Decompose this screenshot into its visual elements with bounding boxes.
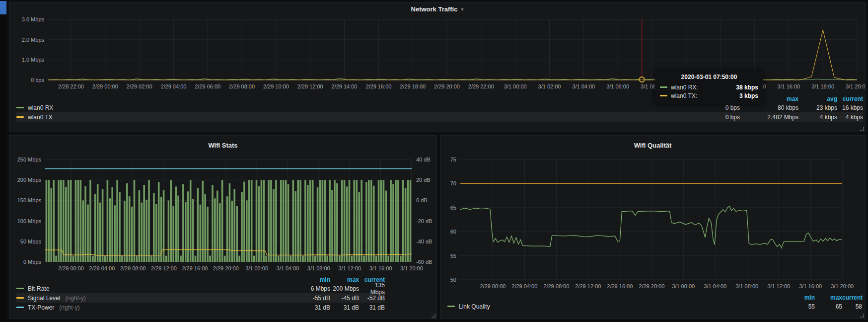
legend-sort-min[interactable]: min — [286, 276, 330, 283]
y-axis-right-tick-label: 0 dB — [416, 197, 428, 203]
y-axis-tick-label: 70 — [450, 180, 456, 186]
y-axis-tick-label: 0 Mbps — [23, 259, 42, 265]
y-axis-tick-label: 0 bps — [31, 77, 44, 83]
legend-axis-note: (right-y) — [65, 295, 85, 302]
x-axis-tick-label: 2/29 12:00 — [151, 265, 177, 271]
legend-row-wlan0-tx: wlan0 TX 0 bps 2.482 Mbps 4 kbps 4 kbps — [16, 112, 863, 122]
x-axis-tick-label: 2/29 12:00 — [297, 83, 323, 89]
y-axis-tick-label: 150 Mbps — [17, 197, 42, 203]
legend-series-name[interactable]: Bit-Rate — [28, 285, 49, 292]
x-axis-tick-label: 2/29 04:00 — [89, 265, 115, 271]
y-axis-tick-label: 2.0 Mbps — [22, 37, 45, 43]
x-axis-tick-label: 2/29 08:00 — [229, 83, 255, 89]
x-axis-tick-label: 2/29 06:00 — [195, 83, 220, 89]
legend-sort-min[interactable]: min — [785, 294, 815, 301]
y-axis-tick-label: 3.0 Mbps — [22, 16, 45, 22]
x-axis-tick-label: 2/29 00:00 — [58, 265, 84, 271]
x-axis-tick-label: 3/1 06:00 — [606, 83, 629, 89]
legend-sort-current[interactable]: current — [842, 294, 862, 301]
panel-title-text: Wifi Qualität — [634, 142, 672, 149]
chart-canvas[interactable]: 2/29 00:002/29 04:002/29 08:002/29 12:00… — [9, 155, 436, 275]
legend-series-name[interactable]: Link Quality — [459, 303, 490, 310]
x-axis-tick-label: 3/1 12:00 — [767, 283, 790, 289]
x-axis-tick-label: 3/1 16:00 — [369, 265, 392, 271]
x-axis-tick-label: 3/1 20:00 — [400, 265, 423, 271]
panel-title-text: Wifi Stats — [208, 142, 237, 149]
graph-tooltip: 2020-03-01 07:50:00 wlan0 RX: 38 kbps wl… — [655, 70, 763, 104]
series-dash-icon — [660, 95, 667, 96]
panel-wifi-stats: Wifi Stats 2/29 00:002/29 04:002/29 08:0… — [9, 135, 437, 319]
x-axis-tick-label: 3/1 04:00 — [704, 283, 726, 289]
series-dash-icon — [660, 86, 667, 88]
x-axis-tick-label: 2/29 08:00 — [120, 265, 146, 271]
y-axis-tick-label: 65 — [450, 205, 456, 211]
series-dash-icon — [16, 107, 24, 108]
legend-header-row: min max current — [447, 294, 862, 302]
chart-canvas[interactable]: 2/29 00:002/29 04:002/29 08:002/29 12:00… — [440, 155, 865, 293]
y-axis-tick-label: 50 — [450, 277, 456, 283]
y-axis-tick-label: 60 — [450, 229, 456, 235]
series-Link Quality — [460, 206, 842, 248]
legend-wifi-qualitaet: min max current Link Quality 55 65 58 — [440, 293, 865, 311]
legend-series-name[interactable]: wlan0 TX — [28, 114, 53, 121]
panel-resize-handle[interactable] — [860, 127, 864, 131]
x-axis-tick-label: 2/29 20:00 — [639, 283, 664, 289]
panel-resize-handle[interactable] — [860, 314, 864, 318]
y-axis-right-tick-label: 20 dB — [416, 177, 431, 183]
legend-sort-current[interactable]: current — [837, 95, 863, 102]
x-axis-tick-label: 2/29 10:00 — [263, 83, 289, 89]
x-axis-tick-label: 2/29 00:00 — [480, 283, 506, 289]
x-axis-tick-label: 3/1 16:00 — [777, 83, 800, 89]
x-axis-tick-label: 3/1 00:00 — [672, 283, 695, 289]
x-axis-tick-label: 3/1 08:00 — [307, 265, 330, 271]
x-axis-tick-label: 3/1 12:00 — [338, 265, 361, 271]
x-axis-tick-label: 2/29 02:00 — [127, 83, 152, 89]
legend-series-name[interactable]: Signal Level — [28, 295, 60, 302]
series-dash-icon — [16, 288, 24, 289]
panel-title-wifi-qualitaet[interactable]: Wifi Qualität — [440, 136, 865, 155]
tooltip-timestamp: 2020-03-01 07:50:00 — [660, 74, 758, 80]
legend-sort-max[interactable]: max — [330, 276, 359, 283]
tooltip-row: wlan0 TX: 3 kbps — [660, 91, 758, 100]
y-axis-right-tick-label: -20 dB — [416, 218, 432, 224]
legend-sort-max[interactable]: max — [815, 294, 842, 301]
grafana-logo-block[interactable] — [0, 1, 6, 14]
dashboard: Network Traffic ▾ 2/28 22:002/29 00:002/… — [6, 0, 868, 322]
panel-wifi-qualitaet: Wifi Qualität 2/29 00:002/29 04:002/29 0… — [440, 135, 866, 319]
y-axis-tick-label: 250 Mbps — [17, 157, 42, 162]
legend-row-bit-rate: Bit-Rate 6 Mbps 200 Mbps 135 Mbps — [16, 284, 385, 293]
x-axis-tick-label: 2/29 04:00 — [160, 83, 186, 89]
caret-down-icon: ▾ — [461, 6, 463, 12]
legend-series-name[interactable]: TX-Power — [28, 304, 54, 311]
y-axis-tick-label: 75 — [450, 157, 456, 162]
panel-title-wifi-stats[interactable]: Wifi Stats — [9, 136, 436, 155]
legend-series-name[interactable]: wlan0 RX — [28, 104, 53, 111]
y-axis-tick-label: 1.0 Mbps — [22, 57, 45, 63]
panel-network-traffic: Network Traffic ▾ 2/28 22:002/29 00:002/… — [9, 2, 866, 132]
x-axis-tick-label: 2/29 00:00 — [92, 83, 118, 89]
x-axis-tick-label: 3/1 20:00 — [831, 283, 854, 289]
panel-title-network-traffic[interactable]: Network Traffic ▾ — [9, 2, 865, 15]
series-dash-icon — [447, 306, 455, 307]
wifi-qualitaet-plot[interactable]: 2/29 00:002/29 04:002/29 08:002/29 12:00… — [440, 155, 865, 293]
legend-axis-note: (right-y) — [59, 304, 79, 311]
legend-row-tx-power: TX-Power (right-y) 31 dB 31 dB 31 dB — [16, 303, 385, 312]
x-axis-tick-label: 3/1 02:00 — [538, 83, 561, 89]
legend-row-link-quality: Link Quality 55 65 58 — [447, 302, 862, 311]
x-axis-tick-label: 2/29 16:00 — [365, 83, 391, 89]
x-axis-tick-label: 3/1 18:00 — [811, 83, 834, 89]
x-axis-tick-label: 2/28 22:00 — [58, 83, 84, 89]
legend-sort-avg[interactable]: avg — [798, 95, 837, 102]
legend-header-row: min max current — [16, 276, 385, 284]
x-axis-tick-label: 2/29 22:00 — [468, 83, 494, 89]
x-axis-tick-label: 2/29 14:00 — [332, 83, 358, 89]
panel-resize-handle[interactable] — [432, 314, 435, 318]
y-axis-tick-label: 55 — [450, 253, 456, 259]
wifi-stats-plot[interactable]: 2/29 00:002/29 04:002/29 08:002/29 12:00… — [9, 155, 436, 275]
x-axis-tick-label: 2/29 20:00 — [434, 83, 460, 89]
series-dash-icon — [16, 307, 24, 308]
x-axis-tick-label: 2/29 08:00 — [543, 283, 569, 289]
side-menu-strip[interactable] — [0, 0, 6, 322]
series-dash-icon — [16, 116, 24, 118]
x-axis-tick-label: 2/29 20:00 — [213, 265, 239, 271]
